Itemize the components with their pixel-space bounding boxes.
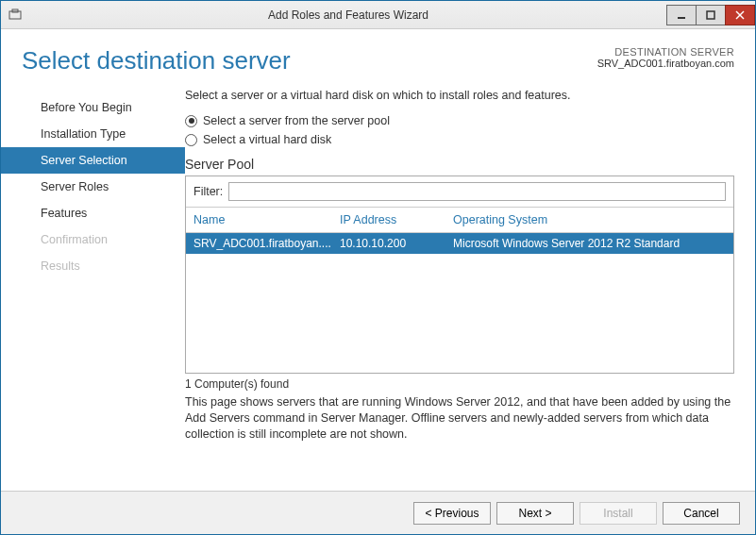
filter-row: Filter: [186, 176, 733, 208]
table-body: SRV_ADC001.firatboyan.... 10.10.10.200 M… [186, 233, 733, 373]
server-pool-label: Server Pool [185, 157, 734, 172]
sidebar-item-features[interactable]: Features [1, 200, 185, 226]
sidebar-item-confirmation: Confirmation [1, 226, 185, 253]
close-button[interactable] [725, 5, 755, 25]
destination-label: DESTINATION SERVER [597, 46, 734, 58]
header-row: Select destination server DESTINATION SE… [1, 29, 755, 81]
footer: < Previous Next > Install Cancel [1, 491, 755, 534]
body-row: Before You Begin Installation Type Serve… [1, 81, 755, 491]
sidebar-item-before-you-begin[interactable]: Before You Begin [1, 94, 185, 121]
app-icon [1, 1, 29, 29]
table-header: Name IP Address Operating System [186, 208, 733, 233]
filter-label: Filter: [193, 185, 223, 198]
destination-block: DESTINATION SERVER SRV_ADC001.firatboyan… [597, 46, 734, 69]
radio-label: Select a virtual hard disk [203, 133, 331, 146]
previous-button[interactable]: < Previous [413, 502, 491, 525]
server-pool-box: Filter: Name IP Address Operating System… [185, 176, 734, 374]
sidebar-item-server-roles[interactable]: Server Roles [1, 174, 185, 200]
intro-text: Select a server or a virtual hard disk o… [185, 89, 734, 102]
sidebar-item-results: Results [1, 253, 185, 279]
col-header-ip[interactable]: IP Address [340, 213, 453, 226]
info-note: This page shows servers that are running… [185, 394, 734, 443]
page-title: Select destination server [22, 46, 597, 75]
maximize-button[interactable] [696, 5, 726, 25]
cell-name: SRV_ADC001.firatboyan.... [193, 237, 340, 250]
destination-name: SRV_ADC001.firatboyan.com [597, 58, 734, 69]
wizard-sidebar: Before You Begin Installation Type Serve… [1, 89, 185, 491]
radio-vhd[interactable]: Select a virtual hard disk [185, 133, 734, 146]
window-controls [667, 5, 755, 25]
install-button: Install [580, 502, 657, 525]
computers-found: 1 Computer(s) found [185, 377, 734, 391]
radio-label: Select a server from the server pool [203, 114, 390, 127]
cell-ip: 10.10.10.200 [340, 237, 453, 250]
cancel-button[interactable]: Cancel [663, 502, 740, 525]
next-button[interactable]: Next > [496, 502, 574, 525]
svg-rect-3 [707, 11, 714, 19]
table-row[interactable]: SRV_ADC001.firatboyan.... 10.10.10.200 M… [186, 233, 733, 254]
radio-server-pool[interactable]: Select a server from the server pool [185, 114, 734, 127]
col-header-name[interactable]: Name [193, 213, 340, 226]
titlebar: Add Roles and Features Wizard [1, 1, 755, 29]
filter-input[interactable] [228, 182, 726, 201]
window-title: Add Roles and Features Wizard [29, 8, 667, 22]
radio-icon [185, 134, 197, 146]
main-panel: Select a server or a virtual hard disk o… [185, 89, 734, 491]
wizard-window: Add Roles and Features Wizard Select des… [0, 0, 756, 535]
sidebar-item-server-selection[interactable]: Server Selection [1, 147, 185, 174]
minimize-button[interactable] [666, 5, 697, 25]
cell-os: Microsoft Windows Server 2012 R2 Standar… [453, 237, 726, 250]
col-header-os[interactable]: Operating System [453, 213, 726, 226]
sidebar-item-installation-type[interactable]: Installation Type [1, 121, 185, 147]
content-area: Select destination server DESTINATION SE… [1, 29, 755, 534]
radio-icon [185, 115, 197, 127]
